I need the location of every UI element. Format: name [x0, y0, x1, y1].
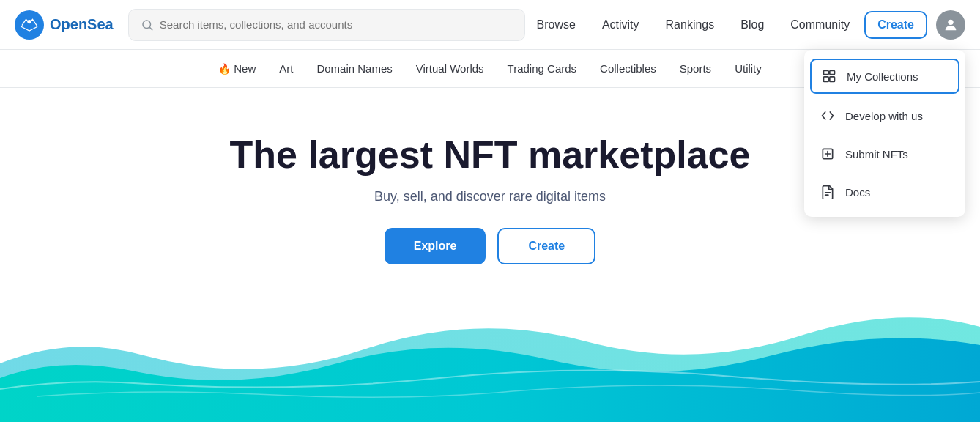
sub-nav-trading-cards[interactable]: Trading Cards — [508, 62, 576, 75]
explore-button[interactable]: Explore — [385, 228, 486, 264]
nav-community[interactable]: Community — [779, 12, 861, 37]
collections-icon — [820, 67, 838, 85]
sub-nav-collectibles-label: Collectibles — [600, 62, 656, 75]
hero-buttons: Explore Create — [385, 228, 596, 264]
sub-nav-utility-label: Utility — [735, 62, 762, 75]
svg-point-3 — [948, 19, 953, 24]
svg-rect-7 — [830, 77, 835, 82]
nav-browse[interactable]: Browse — [525, 12, 587, 37]
avatar-button[interactable] — [936, 10, 965, 40]
header: OpenSea Browse Activity Rankings Blog Co… — [0, 0, 980, 50]
sub-nav-virtual-worlds-label: Virtual Worlds — [416, 62, 484, 75]
sub-nav-domain-names[interactable]: Domain Names — [316, 62, 392, 75]
sub-nav-collectibles[interactable]: Collectibles — [600, 62, 656, 75]
docs-label: Docs — [845, 186, 870, 199]
hero-title: The largest NFT marketplace — [230, 132, 751, 177]
nav-activity[interactable]: Activity — [590, 12, 651, 37]
fire-icon: 🔥 — [218, 63, 231, 75]
hero-subtitle: Buy, sell, and discover rare digital ite… — [374, 189, 606, 204]
sub-nav-sports[interactable]: Sports — [680, 62, 711, 75]
sub-nav-sports-label: Sports — [680, 62, 711, 75]
account-icon — [943, 17, 959, 33]
dropdown-my-collections[interactable]: My Collections — [810, 59, 959, 94]
code-icon — [819, 107, 836, 125]
search-icon — [141, 18, 154, 32]
nav-blog[interactable]: Blog — [729, 12, 776, 37]
hero-create-button[interactable]: Create — [497, 228, 595, 264]
my-collections-label: My Collections — [847, 70, 918, 83]
logo[interactable]: OpenSea — [15, 10, 114, 40]
sub-nav-trading-cards-label: Trading Cards — [508, 62, 576, 75]
submit-nfts-label: Submit NFTs — [845, 148, 908, 160]
develop-with-us-label: Develop with us — [845, 110, 923, 122]
wave-decoration — [0, 275, 980, 422]
dropdown-develop-with-us[interactable]: Develop with us — [804, 97, 965, 135]
logo-text: OpenSea — [50, 16, 114, 33]
sub-nav-new-label: New — [234, 62, 256, 75]
svg-point-0 — [15, 10, 44, 40]
main-nav: Browse Activity Rankings Blog Community … — [525, 10, 965, 40]
sub-nav-utility[interactable]: Utility — [735, 62, 762, 75]
dropdown-submit-nfts[interactable]: Submit NFTs — [804, 135, 965, 173]
dropdown-docs[interactable]: Docs — [804, 173, 965, 211]
sub-nav-art[interactable]: Art — [279, 62, 293, 75]
create-button[interactable]: Create — [864, 11, 927, 39]
svg-point-1 — [27, 19, 31, 23]
sub-nav-art-label: Art — [279, 62, 293, 75]
sub-nav-new[interactable]: 🔥 New — [218, 62, 256, 75]
svg-rect-4 — [824, 71, 829, 75]
docs-icon — [819, 183, 836, 201]
create-dropdown-menu: My Collections Develop with us Submit NF… — [804, 50, 965, 217]
opensea-logo-icon — [15, 10, 44, 40]
search-input[interactable] — [160, 18, 513, 31]
submit-icon — [819, 145, 836, 163]
sub-nav-virtual-worlds[interactable]: Virtual Worlds — [416, 62, 484, 75]
nav-rankings[interactable]: Rankings — [654, 12, 727, 37]
sub-nav-domain-names-label: Domain Names — [316, 62, 392, 75]
search-bar[interactable] — [128, 9, 525, 41]
svg-rect-6 — [824, 77, 829, 82]
svg-rect-5 — [830, 71, 835, 75]
